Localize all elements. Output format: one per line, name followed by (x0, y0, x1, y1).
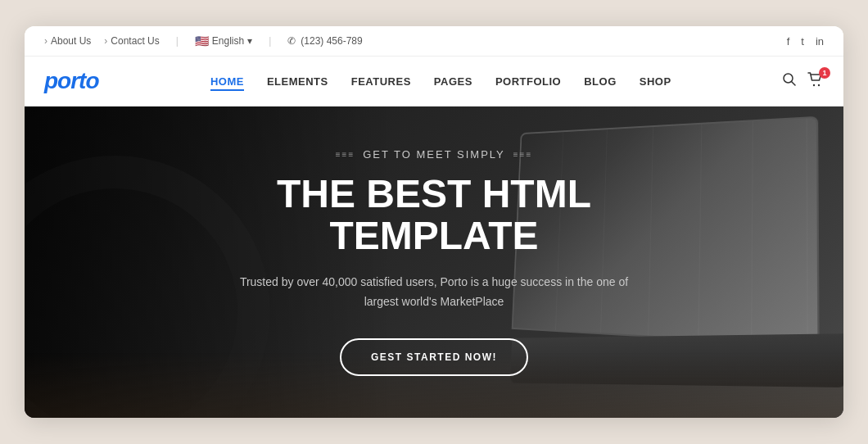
nav-link-elements[interactable]: ELEMENTS (267, 75, 328, 88)
nav-bar: porto HOME ELEMENTS FEATURES PAGES PORTF… (25, 57, 843, 106)
separator: | (176, 35, 179, 47)
browser-window: About Us Contact Us | 🇺🇸 English ▾ | ✆ (… (25, 26, 843, 418)
hero-eyebrow: GET TO MEET SIMPLY (221, 148, 647, 161)
nav-item-features[interactable]: FEATURES (351, 74, 411, 88)
hero-section: GET TO MEET SIMPLY THE BEST HTML TEMPLAT… (25, 106, 843, 418)
top-bar-right: f t in (787, 35, 824, 48)
search-icon (783, 73, 796, 86)
phone-icon: ✆ (287, 35, 296, 47)
chevron-down-icon: ▾ (247, 35, 252, 47)
nav-links: HOME ELEMENTS FEATURES PAGES PORTFOLIO B… (210, 74, 671, 88)
nav-item-home[interactable]: HOME (210, 74, 244, 88)
nav-item-portfolio[interactable]: PORTFOLIO (495, 74, 561, 88)
about-us-link[interactable]: About Us (44, 35, 91, 47)
nav-item-blog[interactable]: BLOG (584, 74, 617, 88)
top-bar: About Us Contact Us | 🇺🇸 English ▾ | ✆ (… (25, 26, 843, 57)
nav-item-shop[interactable]: SHOP (640, 74, 671, 88)
cart-button[interactable]: 1 (807, 72, 824, 91)
language-label: English (212, 35, 244, 47)
nav-item-pages[interactable]: PAGES (434, 74, 472, 88)
hero-title: THE BEST HTML TEMPLATE (221, 174, 647, 256)
flag-icon: 🇺🇸 (195, 34, 209, 48)
nav-link-portfolio[interactable]: PORTFOLIO (495, 75, 561, 88)
logo[interactable]: porto (44, 68, 99, 94)
cart-badge: 1 (819, 67, 830, 79)
phone-number: ✆ (123) 456-789 (287, 35, 362, 47)
nav-link-shop[interactable]: SHOP (640, 75, 671, 88)
twitter-icon[interactable]: t (801, 35, 804, 48)
nav-link-blog[interactable]: BLOG (584, 75, 617, 88)
svg-line-1 (792, 82, 796, 86)
nav-actions: 1 (783, 72, 824, 91)
nav-link-features[interactable]: FEATURES (351, 75, 411, 88)
search-button[interactable] (783, 73, 796, 89)
linkedin-icon[interactable]: in (816, 35, 824, 48)
language-selector[interactable]: 🇺🇸 English ▾ (195, 34, 252, 48)
svg-point-3 (818, 84, 820, 85)
top-bar-left: About Us Contact Us | 🇺🇸 English ▾ | ✆ (… (44, 34, 363, 48)
hero-cta-button[interactable]: GEST STARTED NOW! (340, 338, 528, 376)
facebook-icon[interactable]: f (787, 35, 790, 48)
separator2: | (269, 35, 271, 47)
nav-link-pages[interactable]: PAGES (434, 75, 472, 88)
hero-subtitle: Trusted by over 40,000 satisfied users, … (221, 273, 647, 312)
nav-item-elements[interactable]: ELEMENTS (267, 74, 328, 88)
contact-us-link[interactable]: Contact Us (104, 35, 159, 47)
nav-link-home[interactable]: HOME (210, 75, 244, 91)
hero-content: GET TO MEET SIMPLY THE BEST HTML TEMPLAT… (205, 148, 663, 375)
svg-point-2 (813, 84, 815, 85)
